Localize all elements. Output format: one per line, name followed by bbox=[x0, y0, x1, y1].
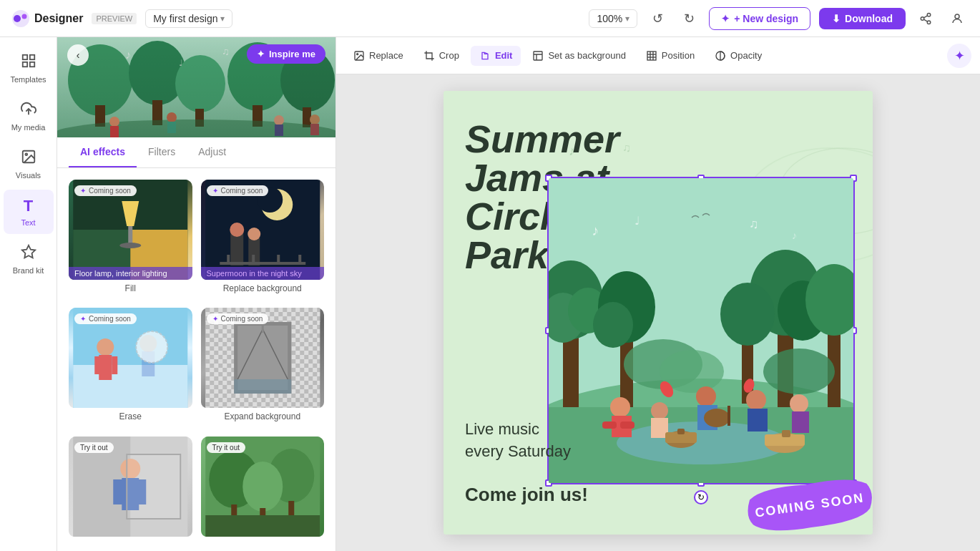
effect-card-try2[interactable]: Try it out bbox=[201, 437, 325, 540]
svg-rect-59 bbox=[73, 365, 187, 408]
edit-button[interactable]: Edit bbox=[471, 46, 521, 66]
effect-fill-label: Fill bbox=[69, 283, 192, 296]
toolbar: Replace Crop Edit Set as background Posi… bbox=[336, 37, 980, 74]
brand-kit-label: Brand kit bbox=[13, 266, 44, 275]
sparkle-icon: ✦ bbox=[212, 315, 218, 323]
svg-point-144 bbox=[651, 402, 668, 419]
effect-card-erase[interactable]: ✦ Coming soon Erase bbox=[69, 308, 192, 427]
visuals-label: Visuals bbox=[16, 171, 41, 180]
sidebar-item-templates[interactable]: Templates bbox=[4, 46, 54, 91]
sidebar-item-my-media[interactable]: My media bbox=[4, 94, 54, 139]
tab-ai-effects[interactable]: AI effects bbox=[69, 137, 137, 167]
main-area: Templates My media Visuals T Text Brand … bbox=[0, 37, 980, 551]
svg-rect-75 bbox=[205, 394, 320, 408]
sparkle-icon: ✦ bbox=[257, 49, 265, 59]
effect-fill-image: ✦ Coming soon Floor lamp, interior light… bbox=[69, 180, 192, 280]
effects-grid: ✦ Coming soon Floor lamp, interior light… bbox=[57, 168, 335, 551]
svg-rect-143 bbox=[620, 421, 634, 429]
visuals-icon bbox=[21, 149, 36, 168]
selected-image[interactable]: ↻ bbox=[547, 177, 855, 484]
tab-adjust[interactable]: Adjust bbox=[187, 137, 237, 167]
svg-point-146 bbox=[696, 386, 716, 406]
svg-point-45 bbox=[119, 243, 141, 248]
opacity-button[interactable]: Opacity bbox=[706, 46, 770, 66]
sidebar-item-visuals[interactable]: Visuals bbox=[4, 142, 54, 187]
svg-point-140 bbox=[610, 397, 630, 417]
effect-erase-image: ✦ Coming soon bbox=[69, 308, 192, 408]
svg-point-60 bbox=[97, 338, 114, 356]
app-logo: Designer bbox=[11, 9, 83, 28]
back-arrow-button[interactable]: ‹ bbox=[67, 44, 89, 66]
svg-rect-57 bbox=[298, 255, 301, 262]
templates-icon bbox=[21, 53, 36, 72]
panel-banner-overlay: ‹ ✦ Inspire me bbox=[57, 37, 335, 137]
effect-replace-bg-label: Replace background bbox=[201, 283, 325, 296]
canvas-scroll[interactable]: ♪ ♩ ♫ Summer Jams at Circle Park bbox=[336, 74, 980, 551]
effect-card-replace-bg[interactable]: ✦ Coming soon Supermoon in the night sky… bbox=[201, 180, 325, 299]
redo-button[interactable]: ↻ bbox=[677, 7, 700, 30]
svg-point-129 bbox=[720, 283, 775, 346]
effect-card-expand-bg[interactable]: ✦ Coming soon Expand background bbox=[201, 308, 325, 427]
svg-point-8 bbox=[955, 14, 959, 19]
topbar: Designer PREVIEW My first design ▾ 100% … bbox=[0, 0, 980, 37]
ai-label-replace: Supermoon in the night sky bbox=[201, 267, 325, 280]
text-label: Text bbox=[21, 218, 35, 227]
sidebar-item-text[interactable]: T Text bbox=[4, 190, 54, 234]
ai-label-fill: Floor lamp, interior lighting bbox=[69, 267, 192, 280]
tab-filters[interactable]: Filters bbox=[137, 137, 187, 167]
svg-rect-56 bbox=[277, 255, 280, 262]
svg-rect-53 bbox=[220, 262, 305, 265]
effect-card-fill[interactable]: ✦ Coming soon Floor lamp, interior light… bbox=[69, 180, 192, 299]
coming-soon-badge-replace: ✦ Coming soon bbox=[207, 185, 269, 196]
canvas-area: Replace Crop Edit Set as background Posi… bbox=[336, 37, 980, 551]
svg-rect-101 bbox=[647, 52, 656, 60]
download-button[interactable]: ⬇ Download bbox=[819, 8, 906, 29]
svg-point-4 bbox=[921, 16, 924, 20]
svg-point-122 bbox=[593, 302, 633, 348]
brand-kit-icon bbox=[21, 244, 36, 263]
svg-rect-86 bbox=[113, 479, 123, 504]
svg-point-152 bbox=[790, 394, 808, 413]
svg-rect-49 bbox=[230, 233, 243, 265]
rotate-handle[interactable]: ↻ bbox=[694, 490, 708, 504]
plus-icon: ✦ bbox=[721, 13, 730, 24]
svg-rect-153 bbox=[792, 411, 809, 433]
effect-card-try1[interactable]: Try it out bbox=[69, 437, 192, 540]
zoom-control[interactable]: 100% ▾ bbox=[589, 9, 637, 28]
svg-rect-96 bbox=[205, 515, 320, 537]
sidebar-item-brand-kit[interactable]: Brand kit bbox=[4, 237, 54, 282]
download-icon: ⬇ bbox=[832, 13, 841, 24]
svg-rect-11 bbox=[22, 62, 26, 67]
new-design-button[interactable]: ✦ + New design bbox=[709, 7, 810, 30]
position-button[interactable]: Position bbox=[637, 46, 703, 66]
svg-point-132 bbox=[763, 348, 835, 394]
undo-button[interactable]: ↺ bbox=[646, 7, 669, 30]
svg-rect-100 bbox=[534, 52, 542, 60]
app-name: Designer bbox=[34, 12, 83, 25]
svg-point-150 bbox=[746, 390, 766, 410]
svg-point-2 bbox=[22, 14, 27, 19]
share-button[interactable] bbox=[914, 7, 937, 30]
effect-erase-label: Erase bbox=[69, 411, 192, 424]
svg-text:♪: ♪ bbox=[592, 223, 599, 238]
panel: ♪ ♫ ♩ ‹ ✦ Inspire me bbox=[57, 37, 336, 551]
inspire-me-button[interactable]: ✦ Inspire me bbox=[247, 44, 325, 64]
crop-button[interactable]: Crop bbox=[415, 46, 468, 66]
magic-button[interactable]: ✦ bbox=[947, 44, 971, 68]
effect-expand-bg-label: Expand background bbox=[201, 411, 325, 424]
svg-line-7 bbox=[923, 15, 927, 17]
user-avatar[interactable] bbox=[946, 7, 969, 30]
sparkle-icon: ✦ bbox=[80, 187, 86, 195]
effect-try1-image: Try it out bbox=[69, 437, 192, 537]
effect-expand-bg-image: ✦ Coming soon bbox=[201, 308, 325, 408]
coming-soon-stamp: COMING SOON bbox=[744, 477, 873, 527]
try-it-out-badge-1: Try it out bbox=[74, 442, 114, 453]
svg-point-5 bbox=[927, 21, 931, 24]
svg-rect-81 bbox=[234, 379, 291, 394]
svg-rect-149 bbox=[727, 406, 730, 426]
svg-text:♫: ♫ bbox=[749, 217, 759, 231]
set-as-background-button[interactable]: Set as background bbox=[524, 46, 634, 66]
replace-button[interactable]: Replace bbox=[345, 46, 412, 66]
design-name[interactable]: My first design ▾ bbox=[145, 9, 232, 28]
svg-rect-62 bbox=[94, 356, 102, 374]
